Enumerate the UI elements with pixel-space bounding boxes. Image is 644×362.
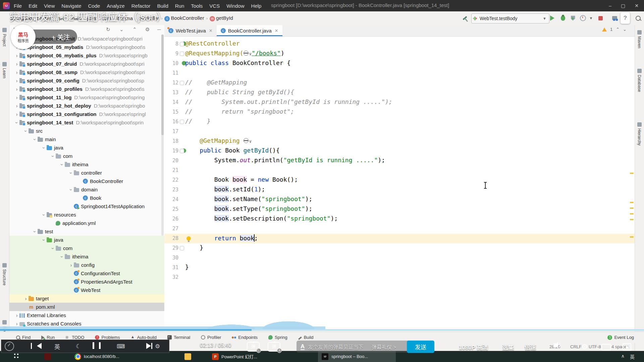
toolwindow-layout-icon[interactable] (610, 14, 619, 22)
tree-chevron-icon[interactable]: › (50, 246, 56, 251)
tree-item[interactable]: ›springboot_06_mybatis_plusD:\workspace\… (9, 51, 165, 60)
code-line[interactable]: 31} (164, 263, 635, 273)
start-button[interactable] (13, 354, 18, 359)
danmaku-etiquette-link[interactable]: 弹幕礼仪 > (372, 343, 396, 350)
editor-tab[interactable]: cBookController.java✕ (217, 25, 282, 36)
tree-item[interactable]: ›config (9, 261, 165, 269)
tree-item[interactable]: ›java (9, 143, 165, 152)
code-line[interactable]: 23 book.setId(1); (164, 185, 635, 195)
profiler-dropdown-icon[interactable]: ▼ (587, 14, 595, 22)
taskbar-ime-indicator[interactable]: ∧ 英 (621, 353, 635, 360)
project-scrollbar[interactable] (161, 35, 164, 236)
menu-item-run[interactable]: Run (175, 3, 184, 9)
stripe-mark[interactable] (630, 213, 634, 215)
code-line[interactable]: 22 Book book = new Book(); (164, 175, 635, 185)
tree-chevron-icon[interactable]: › (14, 95, 19, 100)
code-line[interactable]: 13// public String getById(){ (164, 88, 635, 98)
toolwindow-button-terminal[interactable]: Terminal (167, 335, 190, 340)
maximize-button[interactable]: ▢ (621, 3, 625, 8)
stripe-mark[interactable] (630, 219, 634, 220)
next-warning-icon[interactable]: ⌄ (623, 27, 627, 32)
toolwindow-button-problems[interactable]: Problems (95, 335, 120, 340)
toolwindow-button-find[interactable]: Find (16, 335, 31, 340)
menu-item-tools[interactable]: Tools (191, 3, 203, 9)
menu-item-refactor[interactable]: Refactor (131, 3, 151, 9)
fold-marker[interactable] (180, 81, 184, 85)
debug-button[interactable] (559, 14, 567, 22)
tree-chevron-icon[interactable]: › (14, 53, 19, 58)
code-line[interactable]: 26 book.setDescription("springboot"); (164, 214, 635, 224)
tree-item[interactable]: WebTest (9, 286, 165, 294)
taskbar-app[interactable] (181, 351, 203, 362)
tray-chevron-icon[interactable]: ∧ (621, 353, 625, 360)
tree-item[interactable]: PropertiesAndArgsTest (9, 278, 165, 286)
ime-logo-icon[interactable] (5, 342, 14, 351)
tree-item[interactable]: pom.xml (9, 303, 165, 311)
toolwindow-tab-hierarchy[interactable]: Hierarchy (637, 122, 642, 145)
code-line[interactable]: 18 @GetMapping ∨ (164, 136, 635, 146)
tree-chevron-icon[interactable]: › (41, 212, 47, 218)
tree-item[interactable]: ›itheima (9, 160, 165, 169)
menu-item-view[interactable]: View (44, 3, 55, 9)
tree-chevron-icon[interactable]: › (68, 170, 74, 176)
code-line[interactable]: 19 public Book getById(){ (164, 146, 635, 156)
code-line[interactable]: 15// return "springboot"; (164, 107, 635, 117)
editor-tab[interactable]: cWebTest.java✕ (164, 25, 217, 36)
code-line[interactable]: 21 (164, 166, 635, 175)
tree-chevron-icon[interactable]: › (32, 229, 38, 234)
tree-chevron-icon[interactable]: › (59, 162, 65, 167)
tree-chevron-icon[interactable]: › (23, 296, 29, 301)
tree-chevron-icon[interactable]: › (14, 120, 19, 125)
fold-marker[interactable] (180, 246, 184, 250)
menu-item-vcs[interactable]: VCS (209, 3, 220, 9)
uploader-avatar[interactable]: 黑马 程序员 (11, 24, 36, 49)
status-item[interactable]: CRLF (570, 344, 582, 349)
toolwindow-tab-structure[interactable]: Structure (2, 263, 7, 286)
tree-item[interactable]: ›springboot_14_testD:\workspace\springbo… (9, 118, 165, 127)
hide-panel-icon[interactable]: ─ (157, 26, 161, 32)
ime-settings-icon[interactable]: ⚙ (155, 343, 160, 350)
tree-item[interactable]: ›springboot_12_hot_deployD:\workspace\sp… (9, 102, 165, 110)
tree-item[interactable]: ›test (9, 227, 165, 236)
next-video-button[interactable] (146, 343, 151, 349)
code-line[interactable]: 29 } (164, 243, 635, 253)
tree-item[interactable]: ›com (9, 244, 165, 252)
tree-item[interactable]: ›springboot_11_logD:\workspace\springboo… (9, 93, 165, 102)
close-icon[interactable]: ✕ (209, 28, 213, 33)
taskbar-app-powerpoint-[interactable]: PPowerPoint 幻灯... (209, 351, 281, 362)
video-progress-bar[interactable] (0, 329, 644, 331)
inspection-widget[interactable]: 1 ⌃ ⌄ (602, 27, 627, 32)
tree-item[interactable]: ›springboot_07_druidD:\workspace\springb… (9, 60, 165, 68)
tree-item[interactable]: ›springboot_13_configurationD:\workspace… (9, 110, 165, 118)
ime-lang-toggle[interactable]: 英 (54, 342, 60, 351)
code-line[interactable]: 14// System.out.println("getById is runn… (164, 98, 635, 107)
toolwindow-tab-maven[interactable]: Maven (637, 30, 642, 48)
widescreen-icon[interactable] (601, 344, 611, 351)
code-line[interactable]: 17 (164, 127, 635, 136)
toolwindow-button-todo[interactable]: TODO (65, 335, 84, 340)
toolwindow-button-profiler[interactable]: Profiler (201, 335, 221, 340)
menu-item-code[interactable]: Code (88, 3, 100, 9)
tree-chevron-icon[interactable]: › (14, 78, 19, 83)
tree-chevron-icon[interactable]: › (68, 262, 74, 268)
tree-item[interactable]: Book (9, 194, 165, 202)
code-line[interactable]: 30 (164, 253, 635, 263)
menu-item-navigate[interactable]: Navigate (61, 3, 81, 9)
stop-button[interactable] (596, 14, 604, 22)
toolwindow-button-endpoints[interactable]: Endpoints (232, 335, 258, 340)
danmaku-input[interactable]: A 发个友善的弹幕见证当下 (297, 341, 414, 353)
tree-chevron-icon[interactable]: › (14, 112, 19, 117)
tree-chevron-icon[interactable]: › (50, 154, 56, 159)
expand-all-icon[interactable]: ⌄ (119, 26, 124, 33)
close-icon[interactable]: ✕ (275, 28, 278, 33)
fold-marker[interactable] (180, 120, 184, 124)
code-line[interactable]: 9@RequestMapping(∨"/books") (164, 49, 635, 59)
tree-item[interactable]: ›itheima (9, 252, 165, 261)
speed-button[interactable]: 倍速 (525, 343, 536, 351)
menu-item-edit[interactable]: Edit (29, 3, 37, 9)
menu-item-window[interactable]: Window (226, 3, 244, 9)
tree-item[interactable]: ›src (9, 127, 165, 135)
player-settings-icon[interactable]: ⚙ (581, 343, 588, 351)
collapse-all-icon[interactable]: ⌃ (132, 26, 137, 33)
code-line[interactable]: 12// @GetMapping (164, 78, 635, 88)
